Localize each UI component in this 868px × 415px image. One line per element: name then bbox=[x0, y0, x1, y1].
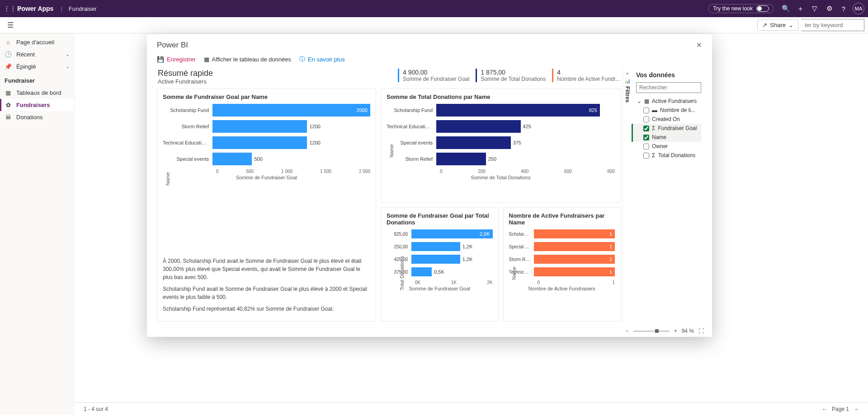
chart-card-goal-by-donations[interactable]: Somme de Fundraiser Goal par Total Donat… bbox=[381, 207, 499, 322]
nav-home[interactable]: ⌂Page d'accueil bbox=[0, 36, 74, 48]
sigma-icon: Σ bbox=[652, 152, 655, 159]
chart-card-goal-by-name[interactable]: Somme de Fundraiser Goal par Name Name S… bbox=[157, 89, 376, 322]
kpi-donations-value: 1 875,00 bbox=[481, 69, 546, 76]
data-pane-title: Vos données bbox=[636, 71, 701, 79]
chevron-left-icon: « bbox=[626, 70, 628, 76]
home-icon: ⌂ bbox=[5, 39, 12, 46]
field-total-donations[interactable]: ΣTotal Donations bbox=[636, 151, 701, 160]
field-label: Created On bbox=[652, 116, 680, 122]
chart-canvas: Name Scholarsh...1Special e...1Storm Rel… bbox=[509, 229, 615, 317]
kpi-count[interactable]: 4Nombre de Active Fundr... bbox=[552, 69, 620, 82]
help-icon[interactable]: ? bbox=[836, 5, 851, 13]
try-new-look-toggle[interactable]: Try the new look bbox=[708, 4, 774, 13]
insight-2: Scholarship Fund avait le Somme de Fundr… bbox=[163, 285, 370, 301]
grid-footer: 1 - 4 sur 4 ← Page 1 → bbox=[75, 402, 868, 415]
nav-donations[interactable]: 🏛Donations bbox=[0, 111, 74, 123]
dashboard-icon: ▦ bbox=[5, 89, 12, 96]
avatar[interactable]: MA bbox=[853, 3, 864, 14]
field-label: Total Donations bbox=[658, 152, 695, 159]
data-table-node[interactable]: ⌄▦Active Fundraisers bbox=[636, 97, 701, 106]
small-chart-grid: Somme de Fundraiser Goal par Total Donat… bbox=[381, 207, 621, 322]
close-icon[interactable]: ✕ bbox=[696, 41, 702, 49]
field-checkbox[interactable] bbox=[643, 153, 649, 159]
nav-fundraisers[interactable]: ✿Fundraisers bbox=[0, 99, 74, 111]
settings-icon[interactable]: ⚙ bbox=[822, 5, 836, 13]
nav-fundraisers-label: Fundraisers bbox=[16, 102, 50, 108]
nav-pinned-label: Épinglé bbox=[16, 63, 36, 70]
add-icon[interactable]: ＋ bbox=[793, 5, 807, 13]
learn-more-button[interactable]: ⓘEn savoir plus bbox=[299, 55, 345, 63]
chart-canvas: Name Scholarship Fund2000Storm Relief120… bbox=[163, 104, 370, 253]
chart-title: Somme de Total Donations par Name bbox=[387, 93, 615, 100]
share-label: Share bbox=[770, 22, 786, 28]
chart-card-donations-by-name[interactable]: Somme de Total Donations par Name Name S… bbox=[381, 89, 621, 203]
nav-home-label: Page d'accueil bbox=[16, 39, 54, 46]
summary-heading: Résumé rapide bbox=[158, 69, 213, 78]
y-axis-label: Name bbox=[165, 172, 170, 185]
nav-dashboards[interactable]: ▦Tableaux de bord bbox=[0, 87, 74, 99]
field-created-on[interactable]: Created On bbox=[636, 115, 701, 124]
hamburger-icon[interactable]: ☰ bbox=[4, 21, 17, 29]
chevron-down-icon: ⌄ bbox=[66, 64, 70, 70]
field-checkbox[interactable] bbox=[643, 117, 649, 122]
insight-3: Scholarship Fund représentait 40,82% sur… bbox=[163, 305, 370, 313]
chart-card-count-by-name[interactable]: Nombre de Active Fundraisers par Name Na… bbox=[503, 207, 621, 322]
kpi-goal-label: Somme de Fundraiser Goal bbox=[403, 76, 469, 82]
chevron-down-icon: ⌄ bbox=[66, 51, 70, 57]
search-icon[interactable]: 🔍 bbox=[778, 5, 793, 13]
data-table-label: Active Fundraisers bbox=[652, 98, 697, 104]
field-checkbox[interactable] bbox=[643, 107, 649, 113]
main-area: Power BI ✕ 💾Enregistrer ▦Afficher le tab… bbox=[75, 33, 868, 415]
kpi-goal-value: 4 900,00 bbox=[403, 69, 469, 76]
bar-chart-icon: 📊 bbox=[625, 79, 630, 84]
table-icon: ▦ bbox=[644, 98, 649, 104]
kpi-goal[interactable]: 4 900,00Somme de Fundraiser Goal bbox=[398, 69, 469, 82]
next-page-icon[interactable]: → bbox=[854, 406, 859, 412]
zoom-slider[interactable] bbox=[633, 331, 670, 332]
field-fundraiser-goal[interactable]: ΣFundraiser Goal bbox=[632, 124, 701, 133]
prev-page-icon[interactable]: ← bbox=[822, 406, 827, 412]
field-checkbox[interactable] bbox=[643, 144, 649, 149]
kpi-donations[interactable]: 1 875,00Somme de Total Donations bbox=[476, 69, 546, 82]
left-nav: ⌂Page d'accueil 🕑Récent⌄ 📌Épinglé⌄ Fundr… bbox=[0, 33, 75, 415]
waffle-icon[interactable]: ⋮⋮⋮ bbox=[4, 5, 17, 12]
y-axis-label: Name bbox=[389, 144, 394, 157]
record-count: 1 - 4 sur 4 bbox=[84, 406, 108, 412]
donation-icon: 🏛 bbox=[5, 114, 12, 121]
filters-label: Filtres bbox=[624, 86, 631, 103]
brand-label[interactable]: Power Apps bbox=[17, 5, 53, 12]
save-button[interactable]: 💾Enregistrer bbox=[157, 55, 196, 63]
field-row-count[interactable]: ▬Nombre de li... bbox=[636, 106, 701, 115]
kpi-donations-label: Somme de Total Donations bbox=[481, 76, 546, 82]
kpi-count-value: 4 bbox=[557, 69, 620, 76]
command-bar: ☰ ↗ Share ⌄ bbox=[0, 17, 868, 33]
field-label: Name bbox=[652, 134, 666, 140]
fit-to-page-icon[interactable]: ⛶ bbox=[698, 328, 704, 334]
summary-row: Résumé rapide Active Fundraisers 4 900,0… bbox=[155, 68, 623, 89]
chart-canvas: Total Donations 825,002,0K250,001,2K425,… bbox=[387, 229, 493, 317]
chart-insights: À 2000, Scholarship Fund avait le Somme … bbox=[163, 257, 370, 317]
zoom-out-button[interactable]: − bbox=[626, 328, 629, 334]
data-search-input[interactable] bbox=[636, 82, 701, 93]
powerbi-modal: Power BI ✕ 💾Enregistrer ▦Afficher le tab… bbox=[147, 34, 712, 337]
field-checkbox[interactable] bbox=[643, 135, 649, 140]
pin-icon: 📌 bbox=[5, 63, 12, 70]
field-checkbox[interactable] bbox=[643, 126, 649, 131]
save-icon: 💾 bbox=[157, 56, 164, 63]
field-label: Owner bbox=[652, 143, 668, 149]
filters-pane-collapsed[interactable]: « 📊 Filtres bbox=[623, 68, 632, 322]
divider: | bbox=[61, 5, 62, 12]
share-icon: ↗ bbox=[762, 22, 767, 28]
field-owner[interactable]: Owner bbox=[636, 142, 701, 151]
nav-recent[interactable]: 🕑Récent⌄ bbox=[0, 48, 74, 61]
page-label: Page 1 bbox=[832, 406, 849, 412]
nav-dashboards-label: Tableaux de bord bbox=[16, 89, 61, 96]
share-button[interactable]: ↗ Share ⌄ bbox=[757, 19, 798, 31]
field-name[interactable]: Name bbox=[632, 133, 701, 142]
show-data-table-button[interactable]: ▦Afficher le tableau de données bbox=[204, 55, 291, 63]
nav-pinned[interactable]: 📌Épinglé⌄ bbox=[0, 61, 74, 73]
keyword-filter-input[interactable] bbox=[801, 19, 864, 31]
filter-icon[interactable]: ▽ bbox=[807, 5, 822, 13]
zoom-in-button[interactable]: + bbox=[674, 328, 677, 334]
chevron-down-icon: ⌄ bbox=[788, 22, 793, 28]
